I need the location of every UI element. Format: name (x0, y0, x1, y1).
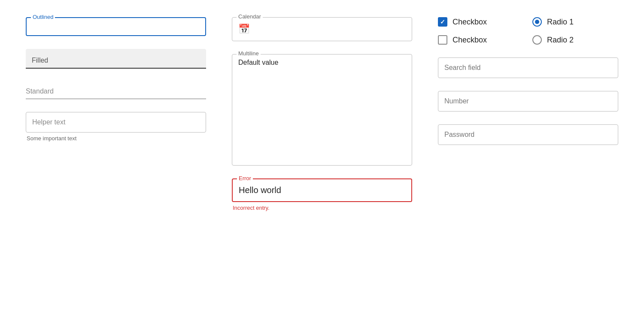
search-input[interactable] (444, 64, 612, 72)
checkmark-icon: ✓ (440, 19, 445, 25)
helper-subtext: Some important text (26, 135, 206, 142)
helper-field[interactable]: Helper text (26, 112, 206, 133)
number-field[interactable] (438, 91, 618, 112)
standard-field[interactable]: Standard (26, 82, 206, 99)
checks-radios-group: ✓ Checkbox Radio 1 Checkbox Radio 2 (438, 17, 618, 45)
outlined-label: Outlined (31, 14, 55, 20)
password-input[interactable] (444, 131, 612, 139)
multiline-field[interactable]: Multiline Default value (232, 54, 412, 166)
checkbox-2[interactable] (438, 35, 447, 45)
column-3: ✓ Checkbox Radio 1 Checkbox Radio 2 (438, 17, 618, 211)
filled-value: Filled (32, 55, 200, 64)
checkbox-1-label: Checkbox (453, 18, 487, 27)
multiline-label: Multiline (237, 50, 261, 57)
checkbox-2-label: Checkbox (453, 36, 487, 45)
radio-1[interactable] (532, 17, 542, 27)
error-field-wrapper: Error Incorrect entry. (232, 178, 412, 211)
standard-label: Standard (26, 88, 54, 95)
search-field[interactable] (438, 57, 618, 78)
filled-field[interactable]: Filled (26, 49, 206, 69)
password-field[interactable] (438, 124, 618, 145)
helper-label: Helper text (32, 118, 65, 126)
error-field[interactable]: Error (232, 178, 412, 202)
column-1: Outlined Filled Standard Helper text Som… (26, 17, 206, 211)
calendar-field[interactable]: Calendar 📅 (232, 17, 412, 41)
calendar-label: Calendar (237, 13, 263, 20)
checkbox-1-row[interactable]: ✓ Checkbox (438, 17, 524, 27)
checkbox-2-row[interactable]: Checkbox (438, 35, 524, 45)
radio-1-row[interactable]: Radio 1 (532, 17, 618, 27)
outlined-field[interactable]: Outlined (26, 17, 206, 36)
helper-field-wrapper: Helper text Some important text (26, 112, 206, 142)
radio-2[interactable] (532, 35, 542, 45)
radio-2-label: Radio 2 (547, 36, 574, 45)
outlined-input[interactable] (33, 23, 199, 31)
radio-2-row[interactable]: Radio 2 (532, 35, 618, 45)
radio-1-label: Radio 1 (547, 18, 574, 27)
checkbox-1[interactable]: ✓ (438, 17, 447, 27)
number-input[interactable] (444, 97, 612, 105)
radio-1-dot (535, 20, 539, 24)
calendar-icon: 📅 (238, 24, 250, 35)
error-input[interactable] (239, 185, 405, 195)
multiline-textarea[interactable]: Default value (238, 59, 406, 161)
error-label: Error (237, 175, 253, 181)
error-helper-text: Incorrect entry. (232, 205, 412, 211)
main-grid: Outlined Filled Standard Helper text Som… (26, 17, 618, 211)
column-2: Calendar 📅 Multiline Default value Error… (232, 17, 412, 211)
